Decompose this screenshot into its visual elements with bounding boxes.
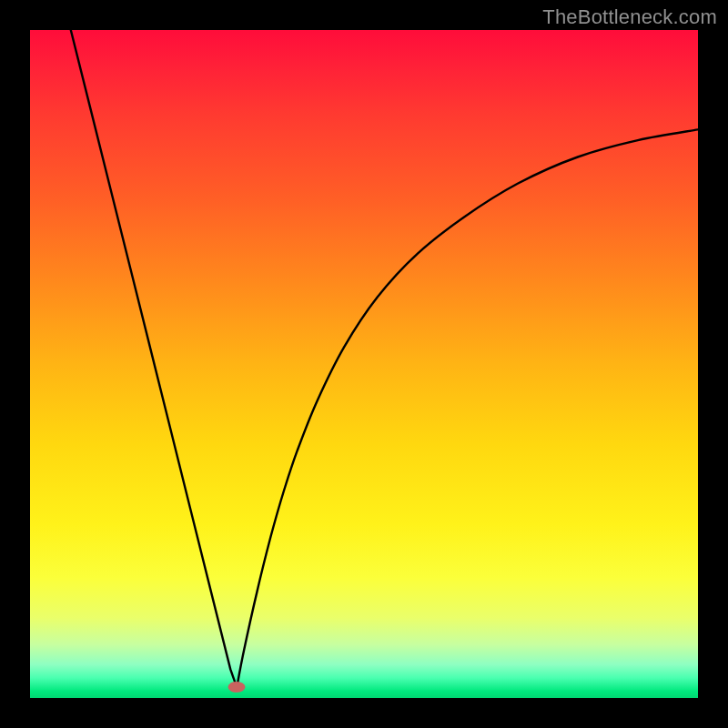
plot-area [30, 30, 698, 698]
bottleneck-curve [30, 30, 698, 698]
watermark-text: TheBottleneck.com [542, 5, 717, 29]
optimal-point-marker [228, 682, 246, 693]
chart-frame: TheBottleneck.com [0, 0, 728, 728]
